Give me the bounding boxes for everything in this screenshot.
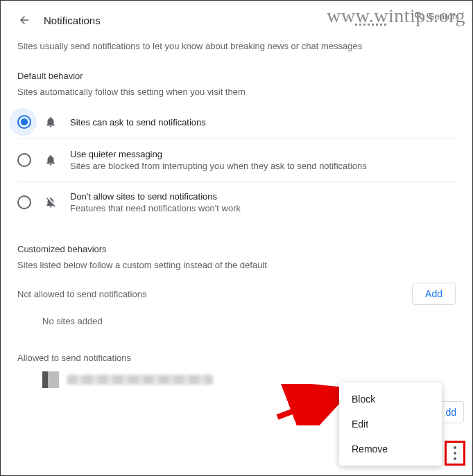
option-block-desc: Features that need notifications won't w… <box>70 203 241 213</box>
allowed-title: Allowed to send notifications <box>17 353 131 363</box>
bell-off-icon <box>44 196 58 209</box>
option-quieter[interactable]: Use quieter messaging Sites are blocked … <box>17 139 456 182</box>
bell-icon <box>44 116 58 128</box>
site-more-actions-button[interactable] <box>445 441 465 466</box>
intro-text: Sites usually send notifications to let … <box>17 41 456 51</box>
search-input[interactable]: Search <box>413 10 457 21</box>
option-ask[interactable]: Sites can ask to send notifications <box>17 105 456 139</box>
menu-remove[interactable]: Remove <box>339 437 442 461</box>
customized-title: Customized behaviors <box>17 244 456 254</box>
site-favicon <box>42 371 59 388</box>
customized-subtitle: Sites listed below follow a custom setti… <box>17 260 456 270</box>
add-allowed-button-fragment[interactable]: dd <box>442 401 464 423</box>
option-block-label: Don't allow sites to send notifications <box>70 191 241 202</box>
site-url-blurred <box>67 375 213 385</box>
bell-icon <box>44 154 58 166</box>
search-placeholder: Search <box>429 11 457 21</box>
option-quieter-label: Use quieter messaging <box>70 149 367 159</box>
default-behavior-title: Default behavior <box>17 71 456 81</box>
svg-line-0 <box>277 392 343 417</box>
menu-block[interactable]: Block <box>339 387 442 412</box>
radio-ask[interactable] <box>17 115 31 129</box>
not-allowed-title: Not allowed to send notifications <box>17 289 146 299</box>
not-allowed-empty: No sites added <box>17 305 456 335</box>
option-block[interactable]: Don't allow sites to send notifications … <box>17 182 456 223</box>
radio-block[interactable] <box>17 195 31 209</box>
radio-quieter[interactable] <box>17 153 31 167</box>
add-not-allowed-button[interactable]: Add <box>412 283 456 305</box>
back-button[interactable] <box>17 13 31 27</box>
menu-edit[interactable]: Edit <box>339 412 442 437</box>
site-context-menu: Block Edit Remove <box>339 382 442 466</box>
default-behavior-subtitle: Sites automatically follow this setting … <box>17 87 456 97</box>
option-quieter-desc: Sites are blocked from interrupting you … <box>70 161 367 171</box>
option-ask-label: Sites can ask to send notifications <box>70 117 206 127</box>
page-title: Notifications <box>44 15 101 26</box>
